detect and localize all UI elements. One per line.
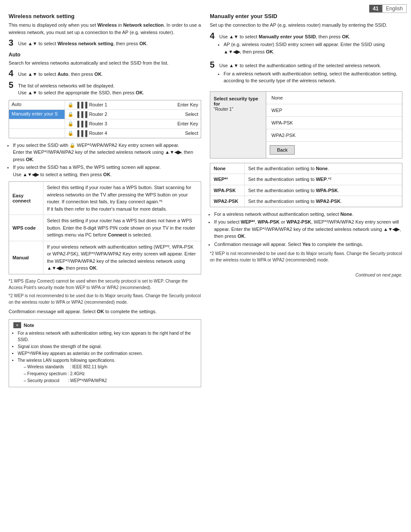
lock-icon-3: 🔒 (68, 121, 74, 127)
back-button[interactable]: Back (270, 145, 295, 155)
wps-row-easy: Easy connect Select this setting if your… (9, 182, 201, 215)
right-step5-line: 5 Use ▲▼ to select the authentication se… (210, 60, 402, 87)
auth-desc-wep: Set the authentication setting to WEP.*² (245, 174, 402, 185)
wps-label-easy: Easy connect (9, 182, 44, 215)
left-title: Wireless network setting (9, 13, 201, 19)
bullet-1: If you select the SSID with 🔒 WEP*²/WPA/… (13, 142, 201, 163)
ssid-right-2: 🔒 ▐▐▐ Router 2 Select (65, 110, 201, 119)
action-4: Router 4 (89, 131, 107, 136)
ssid-row-2: Manually enter your S 🔒 ▐▐▐ Router 2 Sel… (9, 110, 201, 119)
security-options: None WEP WPA-PSK WPA2-PSK Back (266, 92, 402, 158)
right-step4-bullets: AP (e.g. wireless router) SSID entry scr… (224, 41, 402, 55)
auth-label-wpa2psk: WPA2-PSK (210, 196, 245, 207)
security-option-wpapsk[interactable]: WPA-PSK (266, 117, 402, 129)
right-column: Manually enter your SSID Set up the conn… (210, 13, 402, 392)
signal-icon-1: ▐▐▐ (75, 102, 87, 108)
wps-desc-code: Select this setting if your router has a… (44, 215, 201, 241)
right-step5-num: 5 (210, 60, 218, 69)
wps-label-manual: Manual (9, 241, 44, 274)
action-3: Router 3 (89, 121, 107, 126)
note-sub-2: Frequency spectrum : 2.4GHz (24, 370, 196, 377)
right-bullet-3: Confirmation message will appear. Select… (214, 241, 402, 248)
action-2: Router 2 (89, 112, 107, 117)
right-step5-bullets: For a wireless network with authenticati… (224, 70, 402, 84)
auth-label-none: None (210, 163, 245, 174)
security-option-none[interactable]: None (266, 92, 402, 104)
auto-subtitle: Auto (9, 52, 201, 58)
auth-table: None Set the authentication setting to N… (210, 163, 402, 207)
step4-text: Use ▲▼ to select Auto, then press OK. (18, 69, 103, 78)
step3-text: Use ▲▼ to select Wireless network settin… (18, 38, 148, 47)
step3-num: 3 (9, 38, 16, 47)
right-title: Manually enter your SSID (210, 13, 402, 19)
page-language: English (382, 4, 407, 13)
step3-line: 3 Use ▲▼ to select Wireless network sett… (9, 38, 201, 47)
right-step4-num: 4 (210, 31, 218, 40)
signal-icon-3: ▐▐▐ (75, 121, 87, 127)
security-option-wpa2psk[interactable]: WPA2-PSK (266, 129, 402, 142)
auth-desc-wpapsk: Set the authentication setting to WPA-PS… (245, 185, 402, 196)
auth-row-wpapsk: WPA-PSK Set the authentication setting t… (210, 185, 402, 196)
ssid-right-4: 🔒 ▐▐▐ Router 4 Select (65, 129, 201, 138)
footnote1: *1 WPS (Easy Connect) cannot be used whe… (9, 278, 201, 291)
note-sub-1: Wireless standards : IEEE 802.11 b/g/n (24, 364, 196, 370)
auth-row-none: None Set the authentication setting to N… (210, 163, 402, 174)
auth-label-wpapsk: WPA-PSK (210, 185, 245, 196)
enter-key-1: Enter Key (177, 102, 198, 107)
back-row: Back (266, 142, 402, 158)
note-sub-3: Security protocol : WEP*²/WPA/WPA2 (24, 377, 196, 384)
right-step4-line: 4 Use ▲▼ to select Manually enter your S… (210, 31, 402, 58)
security-label2: "Router 1" (214, 107, 233, 112)
auth-row-wpa2psk: WPA2-PSK Set the authentication setting … (210, 196, 402, 207)
note-icon: ≡ (13, 322, 21, 328)
step5-text: The list of wireless networks will be di… (18, 81, 144, 96)
note-sublist: Wireless standards : IEEE 802.11 b/g/n F… (24, 364, 196, 384)
ssid-right-3: 🔒 ▐▐▐ Router 3 Enter Key (65, 119, 201, 128)
note-item-2: Signal icon shows the strength of the si… (18, 343, 196, 350)
note-header: ≡ Note (13, 322, 196, 328)
wps-label-code: WPS code (9, 215, 44, 241)
signal-icon-2: ▐▐▐ (75, 111, 87, 118)
left-intro: This menu is displayed only when you set… (9, 22, 201, 36)
page-number-bar: 41 English (369, 4, 407, 13)
auth-desc-wpa2psk: Set the authentication setting to WPA2-P… (245, 196, 402, 207)
bullets-after-table: If you select the SSID with 🔒 WEP*²/WPA/… (13, 142, 201, 178)
enter-key-2: Select (185, 112, 198, 117)
lock-icon-1: 🔒 (68, 102, 74, 108)
wps-table: Easy connect Select this setting if your… (9, 181, 201, 274)
note-list: For a wireless network with authenticati… (18, 330, 196, 384)
auth-row-wep: WEP*² Set the authentication setting to … (210, 174, 402, 185)
note-item-1: For a wireless network with authenticati… (18, 330, 196, 343)
lock-icon-2: 🔒 (68, 112, 74, 117)
right-footnote: *2 WEP is not recommended to be used due… (210, 250, 402, 263)
ssid-right-1: 🔒 ▐▐▐ Router 1 Enter Key (65, 100, 201, 109)
security-label: Select security type for "Router 1" (210, 92, 266, 158)
wps-row-manual: Manual If your wireless network with aut… (9, 241, 201, 274)
step5-num: 5 (9, 81, 16, 89)
continued-label: Continued on next page. (210, 272, 402, 278)
step4-line: 4 Use ▲▼ to select Auto, then press OK. (9, 69, 201, 78)
ssid-row-4: 🔒 ▐▐▐ Router 4 Select (9, 129, 201, 138)
main-content: Wireless network setting This menu is di… (0, 0, 411, 400)
ssid-row-1: Auto 🔒 ▐▐▐ Router 1 Enter Key (9, 100, 201, 110)
security-option-wep[interactable]: WEP (266, 104, 402, 117)
note-item-3: WEP*²/WPA key appears as asterisks on th… (18, 350, 196, 357)
bullet-2: If you select the SSID has a WPS, the WP… (13, 164, 201, 178)
right-bullets: For a wireless network without authentic… (214, 211, 402, 248)
right-bullet-1: For a wireless network without authentic… (214, 211, 402, 218)
ssid-left-4 (9, 129, 65, 138)
left-column: Wireless network setting This menu is di… (9, 13, 201, 392)
auto-desc: Search for wireless networks automatical… (9, 59, 201, 67)
lock-icon-4: 🔒 (68, 131, 74, 136)
wps-desc-easy: Select this setting if your router has a… (44, 182, 201, 215)
ssid-left-2: Manually enter your S (9, 110, 65, 119)
confirm-line: Confirmation message will appear. Select… (9, 308, 201, 315)
right-step5-bullet1: For a wireless network with authenticati… (224, 70, 402, 84)
note-label: Note (24, 323, 34, 328)
signal-icon-4: ▐▐▐ (75, 130, 87, 137)
right-step4-text: Use ▲▼ to select Manually enter your SSI… (219, 31, 402, 58)
footnote2-left: *2 WEP is not recommended to be used due… (9, 292, 201, 305)
right-bullet-2: If you select WEP*², WPA-PSK or WPA2-PSK… (214, 218, 402, 240)
right-step4-bullet1: AP (e.g. wireless router) SSID entry scr… (224, 41, 402, 55)
ssid-table: Auto 🔒 ▐▐▐ Router 1 Enter Key Manually e… (9, 100, 201, 138)
